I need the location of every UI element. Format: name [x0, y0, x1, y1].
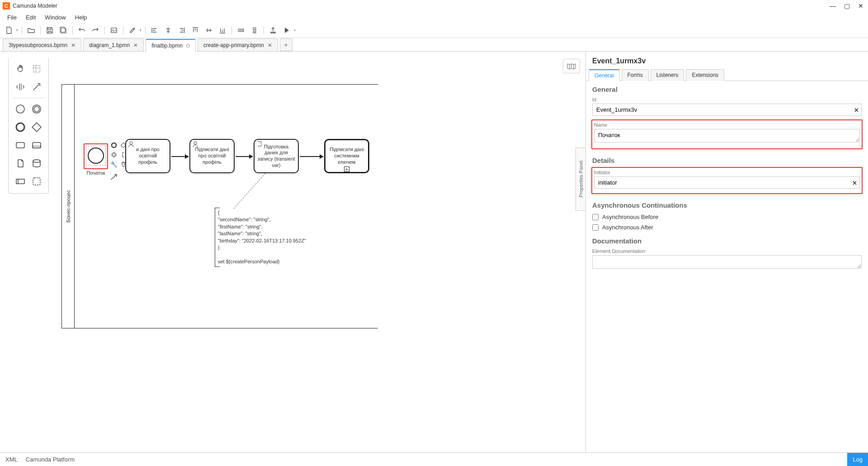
file-tab[interactable]: diagram_1.bpmn ✕ — [83, 38, 144, 51]
workspace: Properties Panel Бізнес-процес Початок — [0, 52, 868, 452]
menu-edit[interactable]: Edit — [22, 13, 39, 22]
svg-rect-19 — [16, 179, 24, 184]
chevron-down-icon[interactable]: ▾ — [140, 29, 142, 32]
save-all-button[interactable] — [58, 25, 69, 36]
window-minimize-icon[interactable]: — — [830, 2, 836, 10]
initiator-input[interactable] — [594, 176, 860, 189]
context-wrench-icon[interactable]: 🔧 — [110, 160, 118, 168]
close-icon[interactable]: ✕ — [71, 42, 75, 48]
menu-file[interactable]: File — [4, 13, 20, 22]
window-close-icon[interactable]: ✕ — [858, 2, 863, 10]
menu-help[interactable]: Help — [71, 13, 91, 22]
async-after-label: Asynchronous After — [602, 224, 653, 231]
chevron-down-icon[interactable]: ▾ — [294, 29, 296, 32]
platform-tab[interactable]: Camunda Platform — [26, 456, 75, 463]
data-object-icon[interactable] — [14, 157, 27, 170]
group-general: General — [586, 81, 868, 96]
close-icon[interactable]: ✕ — [133, 42, 138, 48]
align-right-button[interactable] — [176, 25, 187, 36]
image-button[interactable] — [108, 25, 119, 36]
data-store-icon[interactable] — [30, 157, 43, 170]
context-intermediate-icon[interactable] — [110, 151, 118, 159]
distribute-v-button[interactable] — [249, 25, 260, 36]
id-input[interactable] — [592, 104, 862, 116]
bpmn-user-task[interactable]: и дані про освітній профіль — [125, 139, 170, 173]
name-input[interactable]: Початок — [594, 129, 860, 143]
align-left-button[interactable] — [149, 25, 160, 36]
xml-tab[interactable]: XML — [5, 456, 18, 463]
documentation-input[interactable] — [592, 255, 862, 269]
redo-button[interactable] — [90, 25, 101, 36]
connect-tool-icon[interactable] — [30, 81, 43, 93]
add-tab-button[interactable]: + — [280, 38, 292, 51]
sequence-flow[interactable] — [171, 156, 189, 157]
file-tab[interactable]: finalbp.bpmn — [146, 39, 196, 52]
context-end-event-icon[interactable] — [110, 141, 118, 149]
dirty-indicator-icon — [186, 44, 190, 48]
end-event-icon[interactable] — [14, 121, 27, 133]
distribute-h-button[interactable] — [236, 25, 246, 36]
bpmn-call-activity[interactable]: Підписати дані системним ключем + — [324, 139, 369, 173]
gateway-icon[interactable] — [30, 121, 43, 133]
svg-point-18 — [33, 160, 40, 162]
tab-forms[interactable]: Forms — [622, 69, 649, 81]
chevron-down-icon[interactable]: ▾ — [16, 29, 18, 32]
deploy-button[interactable] — [268, 25, 278, 36]
selected-start-event[interactable] — [84, 143, 108, 169]
undo-button[interactable] — [76, 25, 87, 36]
menu-window[interactable]: Window — [41, 13, 69, 22]
align-bottom-button[interactable] — [217, 25, 228, 36]
context-connect-icon[interactable] — [110, 173, 118, 181]
text-annotation[interactable]: { "secondName": "string", "firstName": "… — [215, 208, 319, 267]
window-maximize-icon[interactable]: ▢ — [844, 2, 850, 10]
properties-panel: Event_1urmx3v General Forms Listeners Ex… — [585, 52, 868, 452]
sequence-flow[interactable] — [300, 156, 323, 157]
svg-rect-7 — [253, 30, 256, 31]
sequence-flow[interactable] — [236, 156, 253, 157]
file-tab[interactable]: create-app-primary.bpmn ✕ — [198, 38, 278, 51]
align-top-button[interactable] — [190, 25, 201, 36]
svg-rect-3 — [238, 29, 240, 32]
color-button[interactable] — [127, 25, 138, 36]
app-icon: C — [3, 2, 10, 10]
bpmn-script-task[interactable]: Підготовка даних для запису (transient v… — [254, 139, 299, 173]
space-tool-icon[interactable] — [14, 81, 27, 93]
svg-point-26 — [130, 142, 132, 144]
lasso-tool-icon[interactable] — [30, 62, 43, 75]
toolbar: ▾ ▾ ▾ — [0, 23, 868, 38]
file-tab[interactable]: 3typessubprocess.bpmn ✕ — [3, 38, 81, 51]
clear-icon[interactable]: ✕ — [852, 179, 857, 186]
task-icon[interactable] — [14, 139, 27, 152]
async-before-checkbox[interactable] — [592, 214, 599, 220]
align-center-v-button[interactable] — [203, 25, 214, 36]
bpmn-user-task[interactable]: Підписати дані про освітній профіль — [189, 139, 235, 173]
association-line[interactable] — [234, 173, 270, 209]
run-button[interactable] — [281, 25, 292, 36]
menubar: File Edit Window Help — [0, 12, 868, 23]
hand-tool-icon[interactable] — [14, 62, 27, 75]
bpmn-pool[interactable]: Бізнес-процес Початок — [61, 84, 378, 328]
svg-point-10 — [16, 105, 24, 113]
subprocess-icon[interactable] — [30, 139, 43, 152]
close-icon[interactable]: ✕ — [268, 42, 272, 48]
svg-point-13 — [16, 123, 24, 131]
log-button[interactable]: Log — [847, 453, 868, 466]
canvas[interactable]: Properties Panel Бізнес-процес Початок — [52, 57, 585, 452]
properties-panel-toggle[interactable]: Properties Panel — [576, 147, 585, 211]
minimap-toggle[interactable] — [563, 59, 580, 73]
pool-icon[interactable] — [14, 175, 27, 188]
save-button[interactable] — [44, 25, 55, 36]
start-event-icon[interactable] — [14, 103, 27, 115]
async-after-checkbox[interactable] — [592, 224, 599, 231]
intermediate-event-icon[interactable] — [30, 103, 43, 115]
tab-general[interactable]: General — [589, 69, 620, 81]
window-title: Camunda Modeler — [13, 3, 57, 9]
open-file-button[interactable] — [26, 25, 37, 36]
name-label: Name — [594, 122, 860, 128]
align-center-h-button[interactable] — [163, 25, 174, 36]
group-icon[interactable] — [30, 175, 43, 188]
new-file-button[interactable] — [4, 25, 14, 36]
tab-listeners[interactable]: Listeners — [651, 69, 684, 81]
tab-extensions[interactable]: Extensions — [686, 69, 724, 81]
clear-icon[interactable]: ✕ — [854, 106, 859, 113]
